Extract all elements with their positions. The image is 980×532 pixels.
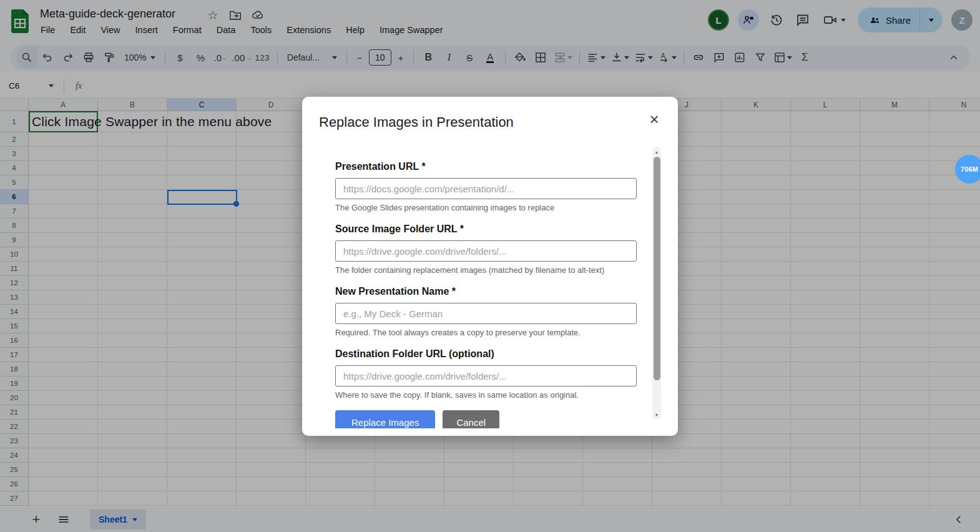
dialog-scroll-area: Presentation URL * The Google Slides pre… xyxy=(302,139,678,428)
scrollbar-up-arrow[interactable]: ▲ xyxy=(652,147,661,156)
field-helper: The Google Slides presentation containin… xyxy=(335,203,637,213)
field-label: New Presentation Name * xyxy=(335,285,637,298)
dialog-scrollbar-thumb[interactable] xyxy=(654,157,660,380)
dialog-scrollbar[interactable]: ▲ ▼ xyxy=(652,147,661,420)
field-source-folder-url: Source Image Folder URL * The folder con… xyxy=(335,223,637,275)
field-destination-folder-url: Destination Folder URL (optional) Where … xyxy=(335,348,637,400)
cancel-button[interactable]: Cancel xyxy=(443,410,499,428)
scrollbar-down-arrow[interactable]: ▼ xyxy=(652,410,661,419)
replace-images-dialog: Replace Images in Presentation × Present… xyxy=(302,97,678,436)
field-helper: Required. The tool always creates a copy… xyxy=(335,328,637,338)
field-helper: Where to save the copy. If blank, saves … xyxy=(335,390,637,400)
field-new-presentation-name: New Presentation Name * Required. The to… xyxy=(335,285,637,338)
source-folder-url-input[interactable] xyxy=(335,240,637,262)
floating-badge[interactable]: 706M xyxy=(955,155,980,184)
close-icon[interactable]: × xyxy=(644,109,664,129)
destination-folder-url-input[interactable] xyxy=(335,365,637,387)
field-label: Destination Folder URL (optional) xyxy=(335,348,637,360)
dialog-title: Replace Images in Presentation xyxy=(319,114,514,131)
field-label: Source Image Folder URL * xyxy=(335,223,637,235)
field-helper: The folder containing replacement images… xyxy=(335,265,637,275)
field-presentation-url: Presentation URL * The Google Slides pre… xyxy=(335,160,637,213)
replace-images-button[interactable]: Replace Images xyxy=(335,410,435,428)
field-label: Presentation URL * xyxy=(335,160,637,173)
new-presentation-name-input[interactable] xyxy=(335,303,637,324)
presentation-url-input[interactable] xyxy=(335,178,637,199)
